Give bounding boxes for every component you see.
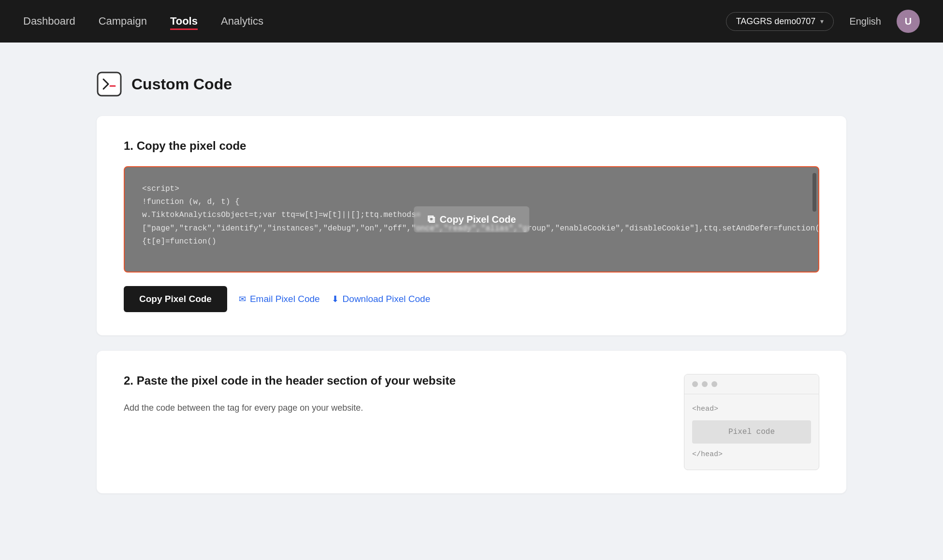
section2-description: Add the code between the tag for every p… [124,401,645,415]
section2-card: 2. Paste the pixel code in the header se… [97,351,846,493]
download-icon: ⬇ [332,294,339,304]
page-title: Custom Code [131,75,232,93]
copy-overlay-label: Copy Pixel Code [440,214,516,225]
scrollbar-indicator [812,173,816,212]
browser-body: <head> Pixel code </head> [684,394,819,470]
browser-head-close: </head> [692,447,811,462]
navbar: Dashboard Campaign Tools Analytics TAGGR… [0,0,943,43]
language-label[interactable]: English [849,16,881,27]
browser-dot-3 [711,381,717,387]
action-row: Copy Pixel Code ✉ Email Pixel Code ⬇ Dow… [124,286,819,312]
section1-title: 1. Copy the pixel code [124,139,819,153]
email-icon: ✉ [239,294,246,304]
section2-text: 2. Paste the pixel code in the header se… [124,374,645,415]
account-name: TAGGRS demo0707 [736,16,816,27]
copy-pixel-code-button[interactable]: Copy Pixel Code [124,286,227,312]
nav-analytics[interactable]: Analytics [221,13,263,29]
avatar[interactable]: U [897,10,920,33]
download-pixel-code-button[interactable]: ⬇ Download Pixel Code [332,294,431,304]
email-pixel-code-button[interactable]: ✉ Email Pixel Code [239,294,320,304]
main-content: Custom Code 1. Copy the pixel code <scri… [0,43,943,538]
section1-card: 1. Copy the pixel code <script> !functio… [97,116,846,335]
code-block-wrapper[interactable]: <script> !function (w, d, t) { w.TiktokA… [124,166,819,273]
nav-campaign[interactable]: Campaign [99,13,147,29]
section2-title: 2. Paste the pixel code in the header se… [124,374,645,388]
browser-mock: <head> Pixel code </head> [684,374,819,470]
page-title-row: Custom Code [97,72,846,97]
copy-overlay-icon: ⧉ [427,213,435,226]
browser-pixel-code: Pixel code [692,420,811,444]
custom-code-icon [97,72,122,97]
section2-content: 2. Paste the pixel code in the header se… [124,374,819,470]
copy-overlay[interactable]: ⧉ Copy Pixel Code [414,206,530,232]
browser-dots [684,374,819,394]
browser-dot-1 [692,381,698,387]
browser-head-open: <head> [692,402,811,416]
code-line-1: <script> [142,183,801,196]
download-label: Download Pixel Code [343,294,431,304]
browser-dot-2 [702,381,708,387]
nav-tools[interactable]: Tools [170,13,198,30]
chevron-down-icon: ▾ [820,17,824,25]
email-label: Email Pixel Code [250,294,320,304]
nav-dashboard[interactable]: Dashboard [23,13,75,29]
account-dropdown[interactable]: TAGGRS demo0707 ▾ [726,12,834,31]
